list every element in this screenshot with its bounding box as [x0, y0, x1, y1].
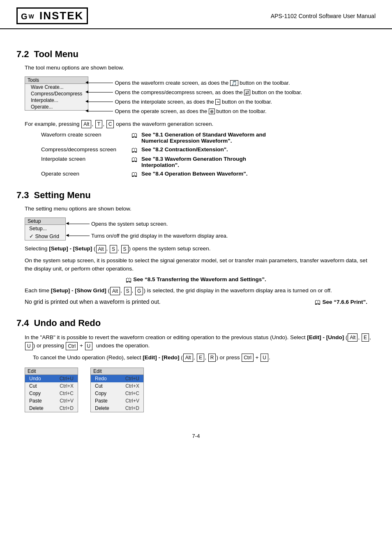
tools-annotation-block: Tools Wave Create... Compress/Decompress… [25, 76, 376, 116]
edit-row-cut-l: Cut Ctrl+X [25, 382, 78, 390]
edit-label-copy-r: Copy [95, 391, 106, 396]
section-73-number: 7.3 [16, 190, 29, 201]
key-alt-setup: Alt [96, 245, 106, 253]
ref-label-2: Interpolate screen [41, 156, 131, 162]
ref1-container: 🕮 See “8.5 Transferring the Waveform and… [16, 276, 376, 283]
edit-row-undo: Undo Ctrl+U [25, 375, 78, 382]
edit-label-copy-l: Copy [29, 391, 41, 396]
page-footer: 7-4 [0, 429, 392, 446]
book-icon-ref1: 🕮 [126, 276, 132, 283]
edit-menus: Edit Undo Ctrl+U Cut Ctrl+X Copy Ctrl+C … [25, 368, 376, 412]
edit-menu-right-title: Edit [91, 368, 143, 375]
ref-row-3: Operate screen 🕮 See "8.4 Operation Betw… [41, 171, 328, 178]
edit-shortcut-redo: Ctrl+U [125, 376, 139, 382]
section-72-number: 7.2 [16, 49, 29, 60]
ref-row-0: Waveform create screen 🕮 See "8.1 Genera… [41, 132, 328, 144]
edit-row-paste-r: Paste Ctrl+V [91, 397, 143, 405]
edit-shortcut-paste-l: Ctrl+V [60, 398, 74, 404]
edit-row-paste-l: Paste Ctrl+V [25, 397, 78, 405]
key-g-sg: G [135, 287, 143, 295]
key-alt-72: Alt [81, 120, 91, 128]
edit-shortcut-copy-r: Ctrl+C [125, 391, 139, 396]
annotation-compress: Opens the compress/decompress screen, as… [115, 89, 302, 95]
ref-table-72: Waveform create screen 🕮 See "8.1 Genera… [41, 132, 328, 178]
edit-menu-left: Edit Undo Ctrl+U Cut Ctrl+X Copy Ctrl+C … [25, 368, 78, 412]
tools-menu-box: Tools Wave Create... Compress/Decompress… [25, 76, 88, 111]
menu-item-compress: Compress/Decompress [25, 90, 88, 97]
edit-shortcut-delete-l: Ctrl+D [60, 405, 74, 411]
setting-annotation-grid: Turns on/off the grid display in the wav… [91, 233, 228, 239]
section-74-heading: 7.4 Undo and Redo [16, 318, 376, 328]
key-u-undo: U [25, 342, 33, 350]
annotation-wave-create: Opens the waveform create screen, as doe… [115, 80, 290, 86]
edit-row-redo: Redo Ctrl+U [91, 375, 143, 382]
setting-para3: Each time [Setup] - [Show Grid] (Alt, S,… [25, 287, 376, 295]
tools-menu-title: Tools [25, 77, 88, 84]
key-s1: S [110, 245, 117, 253]
setting-menu-container: Setup Setup... ✓ Show Grid ◄ Opens the s… [25, 217, 376, 240]
key-s-sg: S [124, 287, 131, 295]
edit-row-delete-r: Delete Ctrl+D [91, 405, 143, 412]
section-73-intro: The setting menu options are shown below… [25, 206, 376, 212]
edit-shortcut-paste-r: Ctrl+V [125, 398, 139, 404]
ref-text-2: See "8.3 Waveform Generation ThroughInte… [141, 156, 246, 168]
section-74-number: 7.4 [16, 318, 29, 328]
setting-para4-text: No grid is printed out when a waveform i… [25, 298, 161, 305]
book-icon-1: 🕮 [131, 146, 138, 153]
key-alt-undo: Alt [348, 333, 357, 342]
page-header: GW INSTEK APS-1102 Control Software User… [0, 0, 392, 29]
edit-label-cut-l: Cut [29, 383, 37, 389]
page-number: 7-4 [192, 433, 200, 439]
edit-shortcut-cut-r: Ctrl+X [125, 383, 139, 389]
key-alt-redo: Alt [183, 354, 193, 362]
key-r-redo: R [208, 354, 216, 362]
ref-text-1: See "8.2 Contraction/Extension". [141, 146, 228, 153]
edit-menu-right: Edit Redo Ctrl+U Cut Ctrl+X Copy Ctrl+C … [90, 368, 144, 412]
edit-row-copy-r: Copy Ctrl+C [91, 390, 143, 397]
section-73-title: Setting Menu [34, 190, 91, 201]
annotation-interpolate: Opens the interpolate screen, as does th… [115, 99, 272, 105]
edit-menu-left-title: Edit [25, 368, 78, 375]
page-content: 7.2 Tool Menu The tool menu options are … [0, 29, 392, 429]
menu-item-interpolate: Interpolate... [25, 97, 88, 104]
setting-para4-row: No grid is printed out when a waveform i… [25, 298, 367, 305]
edit-row-copy-l: Copy Ctrl+C [25, 390, 78, 397]
edit-label-delete-r: Delete [95, 405, 109, 411]
ref-value-1: 🕮 See "8.2 Contraction/Extension". [131, 146, 228, 153]
alt-note: For example, pressing Alt, T, C opens th… [25, 120, 376, 128]
book-icon-ref2: 🕮 [315, 298, 321, 305]
ref-label-0: Waveform create screen [41, 132, 131, 138]
setting-menu-setup: Setup... [25, 225, 65, 232]
key-alt-sg: Alt [110, 287, 120, 295]
section-73-heading: 7.3 Setting Menu [16, 190, 376, 201]
setting-menu-box: Setup Setup... ✓ Show Grid [25, 217, 66, 240]
menu-item-operate: Operate... [25, 104, 88, 110]
book-icon-2: 🕮 [131, 156, 138, 163]
key-ctrl-undo: Ctrl [66, 342, 78, 350]
ref-label-3: Operate screen [41, 171, 131, 177]
setting-annotation-setup: Opens the system setup screen. [91, 221, 168, 227]
setting-menu-title: Setup [25, 218, 65, 225]
edit-row-delete-l: Delete Ctrl+D [25, 405, 78, 412]
edit-label-paste-r: Paste [95, 398, 108, 404]
edit-label-delete-l: Delete [29, 405, 44, 411]
key-e-redo: E [197, 354, 204, 362]
ref-row-1: Compress/decompress screen 🕮 See "8.2 Co… [41, 146, 328, 153]
key-u2: U [85, 342, 93, 350]
menu-item-wave-create: Wave Create... [25, 84, 88, 90]
ref-row-2: Interpolate screen 🕮 See "8.3 Waveform G… [41, 156, 328, 168]
logo: GW INSTEK [16, 7, 88, 24]
ref-label-1: Compress/decompress screen [41, 146, 131, 153]
ref2-container: 🕮 See “7.6.6 Print”. [315, 298, 367, 305]
header-title: APS-1102 Control Software User Manual [271, 13, 376, 19]
setting-para1: Selecting [Setup] - [Setup] (Alt, S, S) … [25, 245, 376, 253]
edit-label-cut-r: Cut [95, 383, 103, 389]
key-s2: S [121, 245, 129, 253]
edit-shortcut-copy-l: Ctrl+C [60, 391, 74, 396]
edit-shortcut-delete-r: Ctrl+D [125, 405, 139, 411]
key-c: C [106, 120, 114, 128]
edit-label-redo: Redo [95, 376, 107, 382]
key-t: T [95, 120, 102, 128]
ref-value-0: 🕮 See "8.1 Generation of Standard Wavefo… [131, 132, 266, 144]
key-u-redo: U [261, 354, 268, 362]
